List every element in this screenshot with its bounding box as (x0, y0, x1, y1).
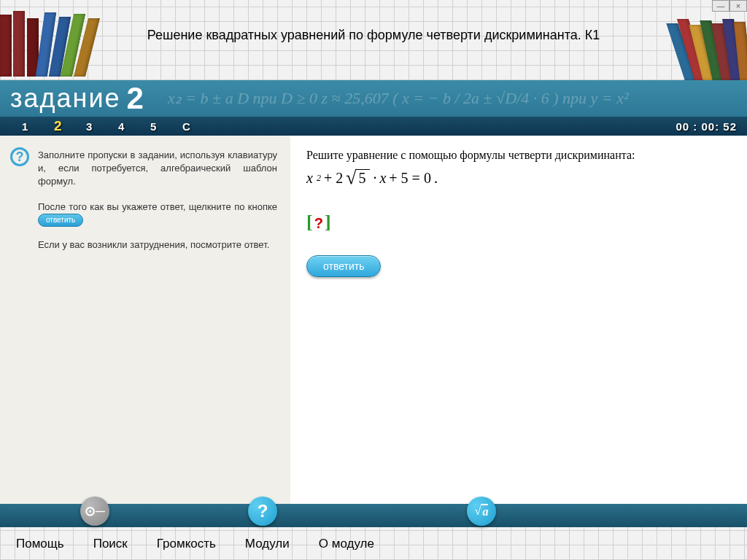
eq-sq: 2 (317, 173, 321, 184)
instruction-paragraph-3: Если у вас возникли затруднения, посмотр… (38, 238, 277, 252)
answer-button[interactable]: ответить (306, 255, 381, 277)
equation: x2 + 2 √5 · x + 5 = 0 . (306, 169, 731, 187)
problem-text: Решите уравнение с помощью формулы четве… (306, 149, 731, 162)
right-bracket-icon: ] (325, 211, 331, 233)
header: — × Решение квадратных уравнений по форм… (0, 0, 747, 80)
radical-icon: √ (475, 505, 481, 518)
tool-strip: ⊙─ ? √a (0, 504, 747, 527)
eq-plus-5-eq-0: + 5 = 0 (389, 170, 431, 187)
task-nav-bar: 1 2 3 4 5 С 00 : 00: 52 (0, 117, 747, 136)
formula-var: a (481, 504, 488, 518)
nav-step-c[interactable]: С (182, 120, 214, 133)
main-area: ? Заполните пропуски в задании, использу… (0, 136, 747, 504)
instruction-paragraph-2: После того как вы укажете ответ, щелкнит… (38, 201, 277, 228)
nav-step-3[interactable]: 3 (86, 120, 118, 133)
books-decoration-right (676, 11, 747, 80)
answer-placeholder[interactable]: [?] (306, 211, 331, 233)
eq-period: . (434, 170, 438, 187)
instruction-p2-text: После того как вы укажете ответ, щелкнит… (38, 201, 277, 212)
nav-step-2[interactable]: 2 (54, 118, 86, 134)
help-icon-button[interactable]: ? (248, 497, 277, 526)
window-controls: — × (712, 0, 747, 12)
question-icon: ? (258, 501, 268, 521)
sqrt-icon: √5 (346, 169, 370, 187)
eq-dot: · (373, 170, 376, 187)
page-title: Решение квадратных уравнений по формуле … (0, 28, 747, 43)
key-icon: ⊙─ (85, 503, 105, 519)
instructions-panel: ? Заполните пропуски в задании, использу… (0, 136, 290, 504)
eq-root-5: 5 (356, 169, 370, 187)
eq-plus-2: + 2 (324, 170, 343, 187)
banner-formula-decoration: x₂ = b ± a D при D ≥ 0 z ≈ 25,607 ( x = … (168, 80, 747, 117)
footer-volume[interactable]: Громкость (157, 537, 216, 551)
left-bracket-icon: [ (306, 211, 313, 233)
close-button[interactable]: × (729, 0, 747, 12)
footer-about[interactable]: О модуле (319, 537, 374, 551)
books-decoration-left (0, 11, 91, 80)
timer: 00 : 00: 52 (676, 120, 737, 133)
nav-step-5[interactable]: 5 (150, 120, 182, 133)
task-number: 2 (127, 81, 144, 116)
inline-answer-pill: ответить (38, 214, 83, 227)
footer-search[interactable]: Поиск (93, 537, 128, 551)
footer-modules[interactable]: Модули (245, 537, 290, 551)
footer-help[interactable]: Помощь (16, 537, 64, 551)
task-banner: задание 2 x₂ = b ± a D при D ≥ 0 z ≈ 25,… (0, 80, 747, 117)
nav-step-4[interactable]: 4 (118, 120, 150, 133)
task-label: задание (10, 83, 121, 114)
help-icon[interactable]: ? (10, 147, 29, 166)
minimize-button[interactable]: — (712, 0, 729, 12)
eq-x2: x (379, 170, 386, 187)
nav-step-1[interactable]: 1 (22, 120, 54, 133)
problem-panel: Решите уравнение с помощью формулы четве… (290, 136, 747, 504)
question-mark-icon: ? (313, 215, 325, 231)
formula-icon-button[interactable]: √a (467, 497, 496, 526)
eq-x: x (306, 170, 313, 187)
instruction-paragraph-1: Заполните пропуски в задании, используя … (38, 149, 277, 189)
footer-menu: Помощь Поиск Громкость Модули О модуле (0, 527, 747, 560)
key-icon-button[interactable]: ⊙─ (80, 497, 109, 526)
